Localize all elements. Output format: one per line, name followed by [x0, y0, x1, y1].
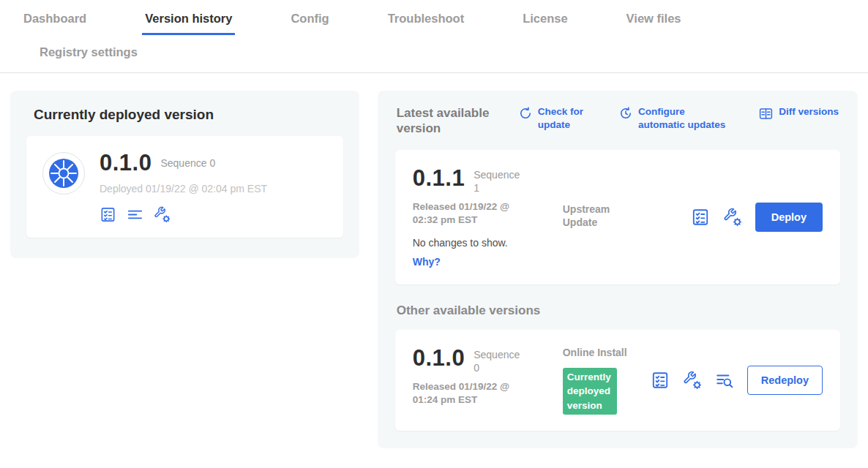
tab-dashboard[interactable]: Dashboard	[20, 12, 89, 33]
deploy-logs-icon[interactable]	[127, 206, 143, 223]
tab-troubleshoot[interactable]: Troubleshoot	[385, 12, 468, 33]
nav-row-primary: Dashboard Version history Config Trouble…	[20, 12, 868, 35]
latest-available-title: Latest available version	[397, 105, 508, 137]
deployed-version-number: 0.1.0	[100, 151, 151, 176]
redeploy-button[interactable]: Redeploy	[747, 366, 823, 395]
deployed-sequence-label: Sequence 0	[160, 157, 215, 169]
latest-version-number: 0.1.1	[413, 166, 465, 191]
deployed-action-icons	[100, 206, 267, 223]
other-released-timestamp: Released 01/19/22 @ 01:24 pm EST	[413, 380, 524, 407]
preflight-checklist-icon[interactable]	[100, 206, 116, 223]
latest-source-label: Upstream Update	[563, 203, 629, 229]
latest-card-actions: Deploy	[691, 203, 823, 232]
other-version-info: 0.1.0 Sequence 0 Released 01/19/22 @ 01:…	[413, 346, 563, 407]
other-source-label: Online Install	[563, 346, 651, 359]
refresh-arrow-icon	[518, 106, 533, 121]
latest-version-info: 0.1.1 Sequence 1 Released 01/19/22 @ 02:…	[413, 166, 563, 268]
deployed-timestamp: Deployed 01/19/22 @ 02:04 pm EST	[100, 183, 267, 195]
diff-versions-icon	[758, 106, 774, 121]
tab-config[interactable]: Config	[288, 12, 332, 33]
edit-config-icon[interactable]	[154, 206, 171, 223]
other-versions-title: Other available versions	[397, 303, 840, 318]
latest-sequence-label: Sequence 1	[474, 168, 522, 195]
deployed-card-body: 0.1.0 Sequence 0 Deployed 01/19/22 @ 02:…	[100, 151, 267, 223]
diff-versions-link[interactable]: Diff versions	[758, 105, 839, 131]
check-for-update-label: Check for update	[538, 105, 592, 131]
other-card-actions: Redeploy	[651, 366, 823, 395]
diff-lines-icon[interactable]	[715, 371, 734, 390]
other-version-card: 0.1.0 Sequence 0 Released 01/19/22 @ 01:…	[395, 330, 840, 431]
other-sequence-label: Sequence 0	[474, 348, 522, 374]
top-nav: Dashboard Version history Config Trouble…	[0, 0, 868, 73]
edit-config-icon[interactable]	[683, 371, 702, 390]
header-actions: Check for update Configure automatic upd…	[508, 105, 839, 131]
nav-row-secondary: Registry settings	[20, 35, 868, 72]
latest-released-timestamp: Released 01/19/22 @ 02:32 pm EST	[413, 200, 524, 227]
preflight-checklist-icon[interactable]	[651, 371, 670, 390]
currently-deployed-panel: Currently deployed version	[10, 91, 359, 258]
edit-config-icon[interactable]	[723, 208, 742, 227]
deploy-button[interactable]: Deploy	[755, 203, 823, 232]
preflight-checklist-icon[interactable]	[691, 208, 710, 227]
available-versions-header: Latest available version Check for updat…	[397, 105, 839, 137]
no-changes-text: No changes to show.	[413, 237, 563, 249]
main-content: Currently deployed version	[0, 73, 868, 448]
deployed-version-card: 0.1.0 Sequence 0 Deployed 01/19/22 @ 02:…	[26, 136, 343, 238]
other-source-column: Online Install Currently deployed versio…	[563, 346, 651, 415]
diff-versions-label: Diff versions	[779, 105, 839, 118]
tab-version-history[interactable]: Version history	[142, 12, 235, 35]
kubernetes-icon	[42, 152, 85, 195]
configure-automatic-updates-link[interactable]: Configure automatic updates	[618, 105, 732, 131]
auto-update-clock-icon	[618, 106, 633, 121]
deployed-version-row: 0.1.0 Sequence 0	[100, 151, 267, 176]
latest-version-card: 0.1.1 Sequence 1 Released 01/19/22 @ 02:…	[395, 150, 840, 284]
check-for-update-link[interactable]: Check for update	[518, 105, 592, 131]
tab-license[interactable]: License	[520, 12, 570, 33]
currently-deployed-title: Currently deployed version	[34, 107, 343, 123]
currently-deployed-badge: Currently deployed version	[563, 368, 617, 415]
tab-view-files[interactable]: View files	[624, 12, 684, 33]
other-version-number: 0.1.0	[413, 346, 465, 371]
why-link[interactable]: Why?	[413, 256, 441, 268]
tab-registry-settings[interactable]: Registry settings	[37, 45, 141, 59]
configure-automatic-updates-label: Configure automatic updates	[638, 105, 732, 131]
available-versions-panel: Latest available version Check for updat…	[378, 91, 858, 448]
